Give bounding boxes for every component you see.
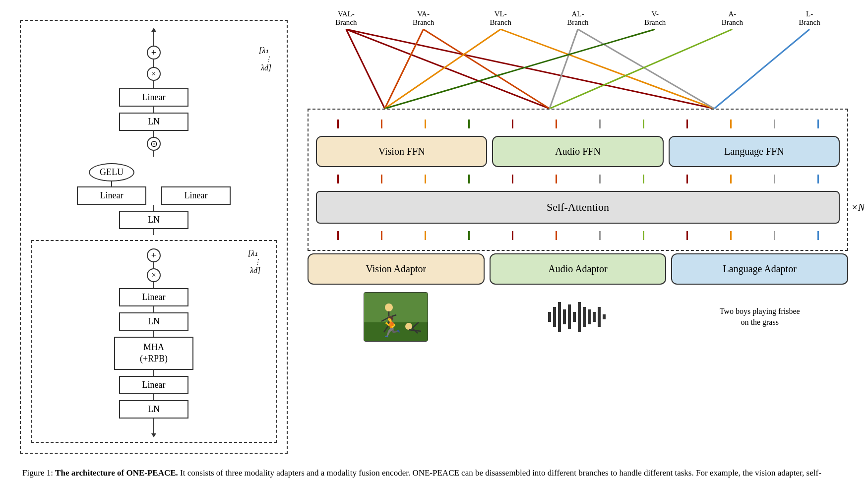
block-ln-b2: LN bbox=[119, 400, 188, 419]
branch-al: AL-Branch bbox=[546, 10, 610, 27]
right-diagram: VAL-Branch VA-Branch VL-Branch AL-Branch… bbox=[308, 10, 848, 342]
svg-rect-24 bbox=[548, 312, 551, 322]
self-attention-wrapper: Self-Attention ×N bbox=[316, 191, 840, 224]
cline-v3 bbox=[425, 120, 426, 128]
ffn-row: Vision FFN Audio FFN Language FFN bbox=[316, 136, 840, 167]
ffn-vision-box: Vision FFN bbox=[316, 136, 487, 167]
frisbee-image bbox=[364, 292, 428, 342]
svg-rect-25 bbox=[553, 307, 556, 327]
cline-l4 bbox=[817, 120, 819, 128]
cline-l1 bbox=[686, 120, 688, 128]
branch-labels: VAL-Branch VA-Branch VL-Branch AL-Branch… bbox=[308, 10, 848, 27]
main-content: + [λ₁ ⋮ λd] × Linear LN ⊙ GELU bbox=[20, 10, 848, 454]
color-bars-top bbox=[316, 120, 840, 128]
vline3 bbox=[153, 107, 154, 113]
self-attention-box: Self-Attention bbox=[316, 191, 840, 224]
block-gelu: GELU bbox=[89, 163, 134, 181]
color-bars-bottom bbox=[316, 231, 840, 240]
cline-a2 bbox=[556, 120, 557, 128]
ffn-audio-box: Audio FFN bbox=[492, 136, 663, 167]
adaptor-audio-box: Audio Adaptor bbox=[490, 253, 667, 285]
svg-line-10 bbox=[550, 29, 733, 109]
right-dashed-box: Vision FFN Audio FFN Language FFN bbox=[308, 109, 848, 251]
cline-v2 bbox=[381, 120, 382, 128]
svg-point-20 bbox=[405, 323, 412, 330]
vline11 bbox=[153, 331, 154, 337]
input-row: Two boys playing frisbeeon the grass bbox=[308, 292, 848, 342]
frisbee-svg bbox=[364, 293, 428, 342]
block-ln-b1: LN bbox=[119, 312, 188, 331]
svg-rect-35 bbox=[603, 314, 606, 319]
svg-line-19 bbox=[389, 325, 394, 332]
vline13 bbox=[153, 394, 154, 400]
ffn-language-box: Language FFN bbox=[669, 136, 840, 167]
cline-a3 bbox=[599, 120, 601, 128]
svg-rect-13 bbox=[364, 322, 428, 342]
vision-input bbox=[308, 292, 485, 342]
svg-rect-28 bbox=[568, 304, 571, 329]
branch-va: VA-Branch bbox=[391, 10, 456, 27]
vline4 bbox=[153, 131, 154, 137]
caption: Figure 1: The architecture of ONE-PEACE.… bbox=[22, 466, 846, 481]
adaptor-language-box: Language Adaptor bbox=[671, 253, 848, 285]
vline5 bbox=[153, 151, 154, 157]
block-ln-mid: LN bbox=[119, 211, 188, 229]
color-bars-mid bbox=[316, 175, 840, 183]
cline-v1 bbox=[337, 120, 339, 128]
svg-line-18 bbox=[384, 325, 389, 332]
svg-rect-30 bbox=[578, 302, 581, 332]
svg-line-16 bbox=[381, 317, 389, 321]
lambda-annotation-top: [λ₁ ⋮ λd] bbox=[259, 46, 272, 72]
col-gelu: GELU Linear bbox=[77, 163, 146, 205]
branch-vl: VL-Branch bbox=[468, 10, 533, 27]
svg-line-7 bbox=[550, 29, 578, 109]
svg-rect-29 bbox=[573, 312, 576, 322]
two-col-row: GELU Linear Linear bbox=[31, 157, 277, 205]
lambda-annotation-bottom: [λ₁ ⋮ λd] bbox=[248, 248, 261, 275]
vline-gelu bbox=[111, 181, 112, 186]
svg-line-8 bbox=[578, 29, 714, 109]
svg-rect-33 bbox=[593, 312, 596, 322]
adaptor-vision-box: Vision Adaptor bbox=[308, 253, 485, 285]
svg-rect-31 bbox=[583, 307, 586, 327]
branch-v: V-Branch bbox=[623, 10, 687, 27]
figure-num: Figure 1: bbox=[22, 468, 53, 478]
branch-l: L-Branch bbox=[777, 10, 842, 27]
svg-line-11 bbox=[714, 29, 809, 109]
vline8 bbox=[153, 262, 154, 268]
block-linear-b2: Linear bbox=[119, 376, 188, 394]
cline-l3 bbox=[774, 120, 775, 128]
vline6 bbox=[153, 205, 154, 211]
block-linear-b1: Linear bbox=[119, 288, 188, 306]
vline1 bbox=[153, 60, 154, 67]
plus-circle-top: + bbox=[147, 46, 161, 60]
block-mha: MHA(+RPB) bbox=[114, 337, 193, 370]
vline2 bbox=[153, 81, 154, 88]
block-linear-left: Linear bbox=[77, 186, 146, 205]
svg-rect-34 bbox=[598, 307, 601, 327]
vline7 bbox=[153, 229, 154, 235]
adaptor-row: Vision Adaptor Audio Adaptor Language Ad… bbox=[308, 253, 848, 285]
branch-val: VAL-Branch bbox=[314, 10, 378, 27]
svg-rect-26 bbox=[558, 302, 561, 332]
vline12 bbox=[153, 370, 154, 376]
audio-input bbox=[490, 300, 667, 334]
col-linear-right: Linear bbox=[161, 157, 231, 205]
times-circle-bottom: × bbox=[147, 268, 161, 282]
svg-line-0 bbox=[346, 29, 385, 109]
top-arrow-up bbox=[153, 31, 154, 46]
top-lambda-wrapper: + [λ₁ ⋮ λd] bbox=[31, 46, 277, 60]
block-linear-right: Linear bbox=[161, 186, 231, 205]
cline-a4 bbox=[643, 120, 644, 128]
vline14 bbox=[153, 419, 154, 424]
times-circle-top: × bbox=[147, 67, 161, 81]
vline9 bbox=[153, 282, 154, 288]
xn-label: ×N bbox=[851, 202, 865, 213]
bottom-lambda-wrapper: + [λ₁ ⋮ λd] bbox=[42, 248, 266, 262]
block-ln-top: LN bbox=[119, 113, 188, 131]
branch-lines-svg bbox=[308, 29, 848, 109]
bottom-arrow-down bbox=[153, 424, 154, 434]
dot-circle-top: ⊙ bbox=[147, 137, 161, 151]
svg-rect-32 bbox=[588, 309, 591, 324]
svg-rect-27 bbox=[563, 309, 566, 324]
